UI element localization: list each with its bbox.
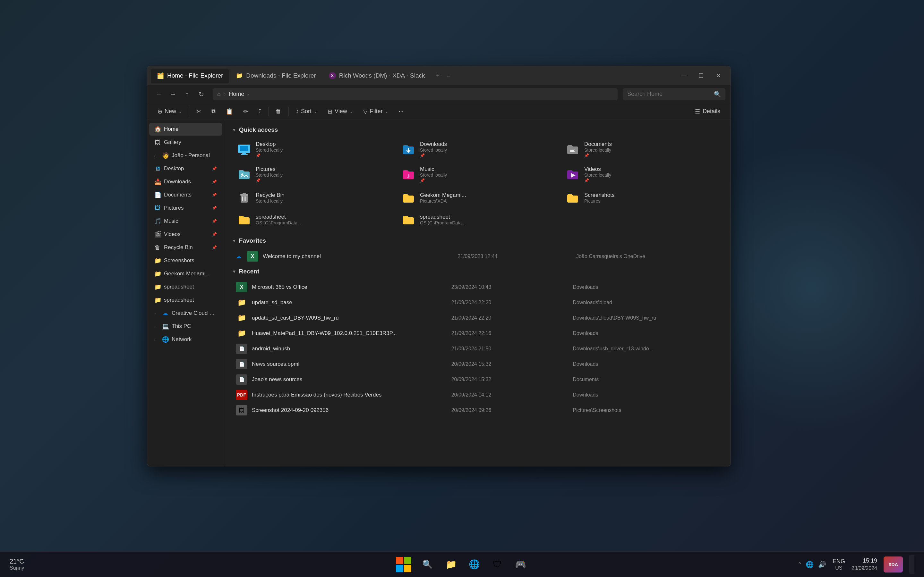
sort-button[interactable]: ↕ Sort ⌄ bbox=[291, 105, 322, 118]
qa-music-name: Music bbox=[420, 166, 447, 172]
address-bar[interactable]: ⌂ › Home › bbox=[213, 88, 618, 100]
sidebar-item-downloads[interactable]: 📥 Downloads 📌 bbox=[149, 175, 222, 188]
filter-icon: ▽ bbox=[363, 108, 368, 115]
sidebar-videos-label: Videos bbox=[164, 231, 209, 237]
copy-button[interactable]: ⧉ bbox=[207, 105, 220, 118]
show-desktop-button[interactable] bbox=[909, 555, 914, 574]
qa-recycle-bin[interactable]: Recycle Bin Stored locally bbox=[232, 188, 394, 208]
rename-button[interactable]: ✏ bbox=[239, 105, 252, 118]
list-item[interactable]: PDF Instruções para Emissão dos (novos) … bbox=[232, 387, 723, 403]
view-button[interactable]: ⊞ View ⌄ bbox=[323, 105, 357, 118]
status-bar: 129 items | bbox=[147, 466, 730, 466]
new-button[interactable]: ⊕ New ⌄ bbox=[153, 105, 186, 118]
qa-documents[interactable]: Documents Stored locally 📌 bbox=[561, 138, 723, 161]
recent-date-1: 21/09/2024 22:20 bbox=[451, 300, 569, 306]
taskbar-app1[interactable]: 🛡 bbox=[488, 556, 506, 574]
sidebar-item-music[interactable]: 🎵 Music 📌 bbox=[149, 215, 222, 227]
qa-spreadsheet2-sub: OS (C:\ProgramData... bbox=[420, 220, 465, 226]
close-button[interactable]: ✕ bbox=[710, 69, 727, 82]
svg-text:♪: ♪ bbox=[407, 172, 410, 179]
details-button[interactable]: ☰ Details bbox=[690, 105, 725, 118]
taskbar-browser[interactable]: 🌐 bbox=[465, 556, 483, 574]
qa-screenshots[interactable]: Screenshots Pictures bbox=[561, 188, 723, 208]
qa-pictures[interactable]: Pictures Stored locally 📌 bbox=[232, 163, 394, 186]
taskbar-app2[interactable]: 🎮 bbox=[511, 556, 529, 574]
svg-rect-4 bbox=[570, 149, 575, 149]
delete-button[interactable]: 🗑 bbox=[271, 105, 286, 118]
list-item[interactable]: 📄 News sources.opml 20/09/2024 15:32 Dow… bbox=[232, 356, 723, 372]
tab-slack[interactable]: S Rich Woods (DM) - XDA - Slack bbox=[323, 69, 431, 83]
more-icon: ··· bbox=[399, 108, 404, 115]
share-button[interactable]: ⤴ bbox=[254, 105, 266, 118]
taskbar-app1-icon: 🛡 bbox=[493, 559, 502, 570]
qa-downloads[interactable]: Downloads Stored locally 📌 bbox=[396, 138, 559, 161]
forward-button[interactable]: → bbox=[166, 88, 179, 100]
recent-name-5: News sources.opml bbox=[252, 361, 447, 367]
taskbar-search-button[interactable]: 🔍 bbox=[418, 556, 437, 574]
list-item[interactable]: 📁 Huawei_MatePad_11_DBY-W09_102.0.0.251_… bbox=[232, 326, 723, 341]
qa-videos[interactable]: Videos Stored locally 📌 bbox=[561, 163, 723, 186]
systray-volume-icon: 🔊 bbox=[818, 561, 826, 568]
qa-geekom[interactable]: Geekom Megami... Pictures\XDA bbox=[396, 188, 559, 208]
search-input[interactable] bbox=[627, 91, 711, 97]
cut-button[interactable]: ✂ bbox=[192, 105, 206, 118]
sidebar-item-creative-cloud[interactable]: › ☁ Creative Cloud Files bbox=[149, 307, 222, 319]
list-item[interactable]: 🖼 Screenshot 2024-09-20 092356 20/09/202… bbox=[232, 403, 723, 418]
sidebar-item-spreadsheet1[interactable]: 📁 spreadsheet bbox=[149, 280, 222, 293]
sort-chevron: ⌄ bbox=[314, 109, 317, 114]
sidebar-item-screenshots[interactable]: 📁 Screenshots bbox=[149, 254, 222, 267]
paste-button[interactable]: 📋 bbox=[221, 105, 237, 118]
minimize-button[interactable]: — bbox=[675, 69, 692, 82]
qa-music[interactable]: ♪ Music Stored locally 📌 bbox=[396, 163, 559, 186]
sidebar-item-gallery[interactable]: 🖼 Gallery bbox=[149, 136, 222, 149]
sidebar-item-recycle-bin[interactable]: 🗑 Recycle Bin 📌 bbox=[149, 241, 222, 254]
refresh-button[interactable]: ↻ bbox=[195, 88, 208, 100]
recent-toggle[interactable]: ▼ bbox=[232, 269, 236, 274]
search-box[interactable]: 🔍 bbox=[623, 88, 725, 100]
sidebar-screenshots-label: Screenshots bbox=[164, 258, 217, 264]
up-button[interactable]: ↑ bbox=[181, 88, 194, 100]
delete-icon: 🗑 bbox=[276, 108, 281, 115]
sidebar-item-joao[interactable]: › 🧑 João - Personal bbox=[149, 149, 222, 162]
tab-slack-icon: S bbox=[329, 72, 336, 79]
list-item[interactable]: ☁ X Welcome to my channel 21/09/2023 12:… bbox=[232, 249, 723, 264]
tab-home-file-explorer[interactable]: 🗂️ Home - File Explorer bbox=[151, 69, 229, 83]
qa-spreadsheet2[interactable]: spreadsheet OS (C:\ProgramData... bbox=[396, 210, 559, 229]
system-clock[interactable]: 15:19 23/09/2024 bbox=[851, 557, 877, 572]
sidebar-item-geekom[interactable]: 📁 Geekom Megami... bbox=[149, 268, 222, 280]
back-button[interactable]: ← bbox=[152, 88, 165, 100]
qa-desktop[interactable]: Desktop Stored locally 📌 bbox=[232, 138, 394, 161]
navigation-bar: ← → ↑ ↻ ⌂ › Home › 🔍 bbox=[147, 85, 730, 103]
list-item[interactable]: 📄 android_winusb 21/09/2024 21:50 Downlo… bbox=[232, 341, 723, 356]
quick-access-toggle[interactable]: ▼ bbox=[232, 127, 236, 132]
sidebar-item-documents[interactable]: 📄 Documents 📌 bbox=[149, 189, 222, 201]
network-expander: › bbox=[154, 337, 159, 342]
sidebar: 🏠 Home 🖼 Gallery › 🧑 João - Personal 🖥 D… bbox=[147, 120, 224, 466]
new-tab-button[interactable]: + bbox=[432, 70, 444, 81]
sidebar-item-home[interactable]: 🏠 Home bbox=[149, 123, 222, 135]
sidebar-item-this-pc[interactable]: › 💻 This PC bbox=[149, 320, 222, 333]
qa-spreadsheet1[interactable]: spreadsheet OS (C:\ProgramData... bbox=[232, 210, 394, 229]
list-item[interactable]: 📁 update_sd_cust_DBY-W09S_hw_ru 21/09/20… bbox=[232, 310, 723, 326]
opml-icon-2: 📄 bbox=[236, 374, 247, 385]
more-button[interactable]: ··· bbox=[394, 105, 408, 118]
list-item[interactable]: X Microsoft 365 vs Office 23/09/2024 10:… bbox=[232, 279, 723, 295]
start-button[interactable] bbox=[395, 556, 413, 574]
maximize-button[interactable]: ☐ bbox=[693, 69, 709, 82]
qa-desktop-icon bbox=[236, 143, 252, 156]
language-indicator[interactable]: ENG US bbox=[833, 558, 845, 571]
list-item[interactable]: 📁 update_sd_base 21/09/2024 22:20 Downlo… bbox=[232, 295, 723, 310]
sidebar-item-videos[interactable]: 🎬 Videos 📌 bbox=[149, 228, 222, 241]
list-item[interactable]: 📄 Joao's news sources 20/09/2024 15:32 D… bbox=[232, 372, 723, 387]
systray-chevron[interactable]: ^ bbox=[798, 561, 801, 568]
sidebar-item-desktop[interactable]: 🖥 Desktop 📌 bbox=[149, 162, 222, 175]
sidebar-item-network[interactable]: › 🌐 Network bbox=[149, 333, 222, 346]
filter-button[interactable]: ▽ Filter ⌄ bbox=[359, 105, 393, 118]
tab-downloads-file-explorer[interactable]: 📁 Downloads - File Explorer bbox=[230, 69, 322, 83]
recent-date-3: 21/09/2024 22:16 bbox=[451, 330, 569, 336]
favorites-toggle[interactable]: ▼ bbox=[232, 238, 236, 243]
tab-overflow-button[interactable]: ⌄ bbox=[445, 73, 452, 79]
sidebar-item-spreadsheet2[interactable]: 📁 spreadsheet bbox=[149, 293, 222, 306]
taskbar-file-explorer[interactable]: 📁 bbox=[442, 556, 460, 574]
sidebar-item-pictures[interactable]: 🖼 Pictures 📌 bbox=[149, 201, 222, 214]
